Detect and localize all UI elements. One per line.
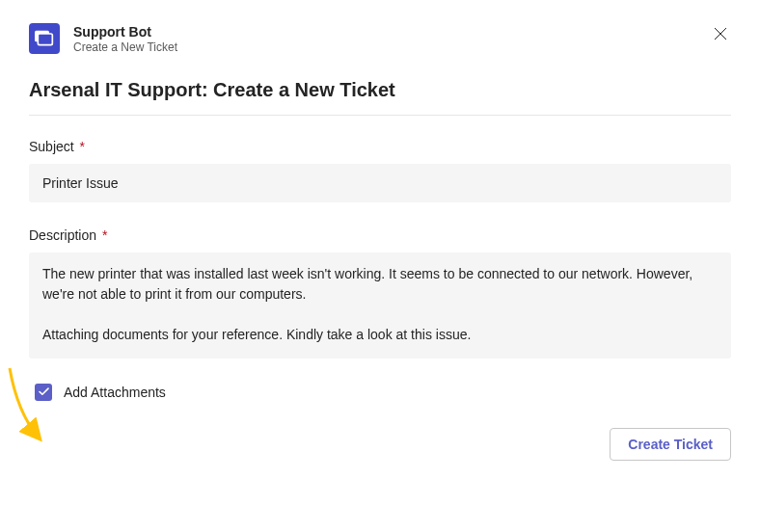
subject-label: Subject * bbox=[29, 139, 731, 154]
app-subtitle: Create a New Ticket bbox=[73, 40, 696, 56]
required-marker: * bbox=[80, 139, 85, 154]
attachments-checkbox[interactable] bbox=[35, 384, 52, 401]
description-label: Description * bbox=[29, 227, 731, 243]
support-bot-icon bbox=[29, 23, 60, 54]
description-input[interactable] bbox=[29, 253, 731, 359]
dialog-header: Support Bot Create a New Ticket bbox=[29, 23, 731, 56]
subject-label-text: Subject bbox=[29, 139, 74, 154]
description-label-text: Description bbox=[29, 227, 96, 243]
divider bbox=[29, 115, 731, 116]
create-ticket-dialog: Support Bot Create a New Ticket Arsenal … bbox=[0, 0, 760, 480]
required-marker: * bbox=[102, 227, 107, 243]
description-field-group: Description * bbox=[29, 227, 731, 362]
checkmark-icon bbox=[39, 387, 49, 396]
svg-rect-1 bbox=[38, 34, 52, 45]
close-button[interactable] bbox=[710, 23, 731, 44]
attachments-checkbox-row[interactable]: Add Attachments bbox=[29, 384, 731, 401]
attachments-label: Add Attachments bbox=[64, 385, 166, 400]
page-title: Arsenal IT Support: Create a New Ticket bbox=[29, 79, 731, 101]
subject-field-group: Subject * bbox=[29, 139, 731, 202]
dialog-footer: Create Ticket bbox=[29, 428, 731, 461]
header-text: Support Bot Create a New Ticket bbox=[73, 23, 696, 56]
create-ticket-button[interactable]: Create Ticket bbox=[610, 428, 731, 461]
subject-input[interactable] bbox=[29, 164, 731, 202]
close-icon bbox=[714, 27, 727, 40]
app-title: Support Bot bbox=[73, 23, 696, 40]
